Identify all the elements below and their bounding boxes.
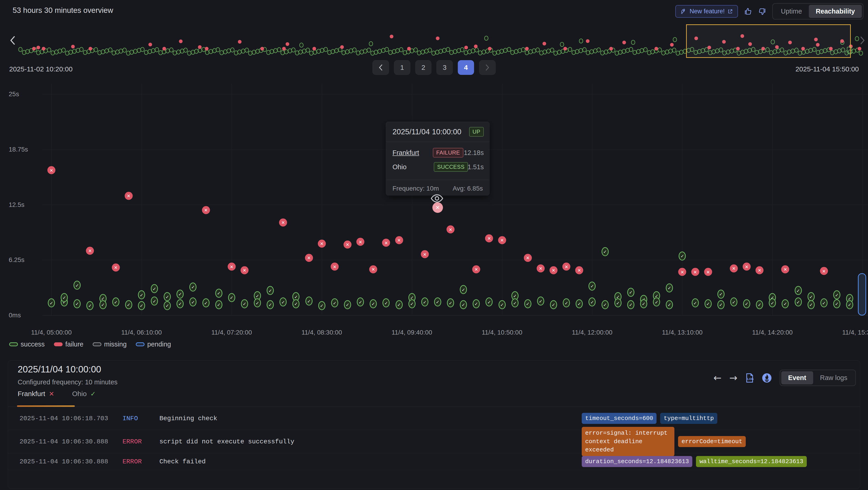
success-marker[interactable]: ✓ bbox=[730, 297, 737, 307]
tab-frankfurt[interactable]: Frankfurt ✕ bbox=[18, 390, 54, 398]
success-marker[interactable]: ✓ bbox=[48, 298, 55, 308]
overview-minimap[interactable] bbox=[0, 23, 868, 60]
success-marker[interactable]: ✓ bbox=[318, 301, 325, 310]
success-marker[interactable]: ✓ bbox=[138, 301, 145, 310]
success-marker[interactable]: ✓ bbox=[396, 300, 403, 309]
success-marker[interactable]: ✓ bbox=[177, 299, 184, 308]
success-marker[interactable]: ✓ bbox=[614, 298, 621, 308]
thumbs-up-icon[interactable] bbox=[744, 7, 752, 16]
success-marker[interactable]: ✓ bbox=[486, 297, 493, 307]
log-row-1[interactable]: 2025-11-04 10:06:18.703 INFO Beginning c… bbox=[8, 407, 860, 430]
success-marker[interactable]: ✓ bbox=[408, 299, 415, 308]
success-marker[interactable]: ✓ bbox=[640, 299, 647, 308]
minimap-next-icon[interactable] bbox=[860, 36, 865, 45]
failure-marker[interactable]: ✕ bbox=[318, 239, 326, 248]
tab-reachability[interactable]: Reachability bbox=[809, 5, 862, 18]
success-marker[interactable]: ✓ bbox=[705, 299, 712, 308]
page-1-button[interactable]: 1 bbox=[394, 60, 410, 75]
page-4-button[interactable]: 4 bbox=[458, 60, 474, 75]
success-marker[interactable]: ✓ bbox=[691, 298, 699, 308]
next-event-button[interactable]: → bbox=[730, 372, 738, 383]
failure-marker-hovered[interactable]: ✕ bbox=[432, 202, 443, 213]
success-marker[interactable]: ✓ bbox=[344, 300, 351, 309]
success-marker[interactable]: ✓ bbox=[331, 298, 338, 308]
log-tag[interactable]: walltime_seconds=12.184823613 bbox=[696, 456, 807, 467]
legend-pending[interactable]: pending bbox=[136, 341, 171, 348]
success-marker[interactable]: ✓ bbox=[61, 293, 68, 302]
success-marker[interactable]: ✓ bbox=[421, 297, 428, 307]
success-marker[interactable]: ✓ bbox=[241, 299, 248, 308]
success-marker[interactable]: ✓ bbox=[99, 300, 106, 309]
success-marker[interactable]: ✓ bbox=[627, 288, 634, 297]
log-tag[interactable]: type=multihttp bbox=[660, 413, 717, 424]
success-marker[interactable]: ✓ bbox=[769, 298, 776, 308]
success-marker[interactable]: ✓ bbox=[743, 299, 750, 308]
failure-marker[interactable]: ✕ bbox=[382, 239, 390, 247]
success-marker[interactable]: ✓ bbox=[357, 297, 364, 307]
failure-marker[interactable]: ✕ bbox=[562, 263, 570, 271]
page-3-button[interactable]: 3 bbox=[436, 60, 453, 75]
success-marker[interactable]: ✓ bbox=[215, 300, 222, 309]
success-marker[interactable]: ✓ bbox=[267, 300, 274, 309]
legend-success[interactable]: success bbox=[9, 341, 45, 348]
success-marker[interactable]: ✓ bbox=[833, 299, 840, 308]
failure-marker[interactable]: ✕ bbox=[48, 166, 56, 174]
failure-marker[interactable]: ✕ bbox=[112, 263, 120, 271]
log-row-3[interactable]: 2025-11-04 10:06:30.888 ERROR Check fail… bbox=[8, 453, 860, 470]
success-marker[interactable]: ✓ bbox=[74, 299, 81, 308]
success-marker[interactable]: ✓ bbox=[666, 300, 673, 309]
failure-marker[interactable]: ✕ bbox=[202, 206, 210, 214]
failure-marker[interactable]: ✕ bbox=[395, 236, 403, 244]
log-tag[interactable]: error=signal: interrupt context deadline… bbox=[582, 427, 674, 456]
success-marker[interactable]: ✓ bbox=[666, 283, 673, 292]
probe-name-frankfurt[interactable]: Frankfurt bbox=[393, 149, 432, 156]
success-marker[interactable]: ✓ bbox=[717, 300, 724, 309]
success-marker[interactable]: ✓ bbox=[383, 298, 390, 308]
failure-marker[interactable]: ✕ bbox=[125, 192, 132, 200]
success-marker[interactable]: ✓ bbox=[795, 286, 802, 295]
success-marker[interactable]: ✓ bbox=[112, 297, 119, 307]
log-row-2[interactable]: 2025-11-04 10:06:30.888 ERROR script did… bbox=[8, 430, 860, 453]
failure-marker[interactable]: ✕ bbox=[550, 266, 558, 274]
success-marker[interactable]: ✓ bbox=[189, 297, 196, 307]
success-marker[interactable]: ✓ bbox=[164, 292, 171, 301]
success-marker[interactable]: ✓ bbox=[717, 290, 724, 298]
success-marker[interactable]: ✓ bbox=[189, 282, 196, 291]
success-marker[interactable]: ✓ bbox=[782, 299, 789, 308]
failure-marker[interactable]: ✕ bbox=[331, 263, 339, 271]
log-tag[interactable]: errorCode=timeout bbox=[678, 436, 746, 447]
failure-marker[interactable]: ✕ bbox=[781, 265, 789, 273]
success-marker[interactable]: ✓ bbox=[807, 300, 814, 309]
success-marker[interactable]: ✓ bbox=[589, 297, 596, 307]
failure-marker[interactable]: ✕ bbox=[227, 263, 236, 271]
new-feature-button[interactable]: New feature! bbox=[675, 5, 738, 18]
success-marker[interactable]: ✓ bbox=[833, 290, 840, 299]
failure-marker[interactable]: ✕ bbox=[743, 263, 751, 271]
success-marker[interactable]: ✓ bbox=[576, 299, 583, 308]
failure-marker[interactable]: ✕ bbox=[279, 219, 287, 226]
failure-marker[interactable]: ✕ bbox=[691, 268, 699, 276]
failure-marker[interactable]: ✕ bbox=[485, 234, 493, 242]
failure-marker[interactable]: ✕ bbox=[820, 267, 828, 275]
success-marker[interactable]: ✓ bbox=[74, 281, 81, 290]
success-marker[interactable]: ✓ bbox=[473, 299, 480, 308]
success-marker[interactable]: ✓ bbox=[370, 299, 377, 308]
success-marker[interactable]: ✓ bbox=[679, 252, 686, 260]
failure-marker[interactable]: ✕ bbox=[755, 266, 764, 274]
minimap-selection-window[interactable] bbox=[686, 24, 851, 58]
minimap-prev-icon[interactable] bbox=[10, 36, 16, 45]
success-marker[interactable]: ✓ bbox=[280, 297, 287, 307]
tab-ohio[interactable]: Ohio ✓ bbox=[72, 390, 96, 398]
failure-marker[interactable]: ✕ bbox=[369, 265, 377, 273]
success-marker[interactable]: ✓ bbox=[795, 297, 802, 307]
failure-marker[interactable]: ✕ bbox=[305, 254, 313, 262]
tab-uptime[interactable]: Uptime bbox=[774, 5, 809, 18]
failure-marker[interactable]: ✕ bbox=[498, 236, 506, 244]
page-prev-button[interactable] bbox=[373, 60, 389, 75]
success-marker[interactable]: ✓ bbox=[537, 297, 544, 306]
success-marker[interactable]: ✓ bbox=[151, 297, 158, 306]
success-marker[interactable]: ✓ bbox=[177, 290, 184, 298]
success-marker[interactable]: ✓ bbox=[447, 298, 454, 308]
success-marker[interactable]: ✓ bbox=[460, 300, 467, 309]
success-marker[interactable]: ✓ bbox=[511, 298, 519, 308]
